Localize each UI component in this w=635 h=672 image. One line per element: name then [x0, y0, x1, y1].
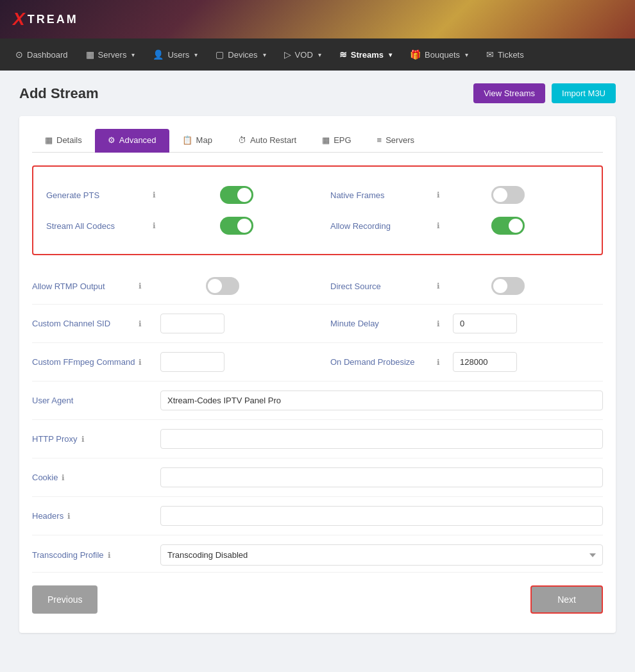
custom-ffmpeg-col: Custom FFmpeg Command ℹ [32, 352, 305, 372]
bottom-nav: Previous Next [32, 573, 603, 620]
nav-dashboard[interactable]: ⊙ Dashboard [6, 38, 77, 71]
advanced-icon: ⚙ [108, 135, 115, 145]
streams-arrow-icon: ▾ [389, 51, 392, 58]
streams-icon: ≋ [339, 49, 347, 60]
allow-rtmp-col: Allow RTMP Output ℹ [32, 277, 305, 295]
minute-delay-info-icon[interactable]: ℹ [437, 319, 440, 328]
nav-vod-label: VOD [295, 50, 313, 60]
allow-recording-toggle[interactable] [491, 217, 525, 235]
minute-delay-label: Minute Delay [330, 319, 433, 328]
generate-pts-toggle[interactable] [220, 186, 253, 204]
minute-delay-input[interactable] [453, 314, 517, 333]
nav-streams[interactable]: ≋ Streams ▾ [330, 38, 401, 71]
custom-ffmpeg-input[interactable] [160, 352, 224, 372]
http-proxy-label: HTTP Proxy [32, 434, 78, 444]
cookie-input-col [160, 467, 603, 487]
toggle-row-2: Stream All Codecs ℹ Allow Recording ℹ [46, 210, 589, 241]
tab-advanced[interactable]: ⚙ Advanced [95, 129, 169, 153]
on-demand-probesize-info-icon[interactable]: ℹ [437, 358, 440, 367]
tab-auto-restart[interactable]: ⏱ Auto Restart [225, 129, 309, 153]
devices-arrow-icon: ▾ [263, 51, 266, 58]
tab-epg-label: EPG [334, 135, 351, 145]
bouquets-arrow-icon: ▾ [465, 51, 468, 58]
http-proxy-input[interactable] [160, 429, 603, 449]
auto-restart-icon: ⏱ [238, 135, 246, 145]
generate-pts-info-icon[interactable]: ℹ [153, 190, 156, 199]
stream-all-codecs-label: Stream All Codecs [46, 221, 149, 231]
next-button[interactable]: Next [530, 585, 603, 614]
nav-servers-label: Servers [98, 50, 127, 60]
nav-users-label: Users [167, 50, 189, 60]
transcoding-profile-select[interactable]: Transcoding Disabled [160, 544, 603, 566]
form-row-headers: Headers ℹ [32, 497, 603, 535]
previous-button[interactable]: Previous [32, 585, 97, 614]
users-icon: 👤 [153, 49, 164, 60]
import-m3u-button[interactable]: Import M3U [552, 83, 616, 103]
transcoding-profile-info-icon[interactable]: ℹ [108, 551, 111, 560]
tab-servers[interactable]: ≡ Servers [364, 129, 427, 153]
http-proxy-label-col: HTTP Proxy ℹ [32, 434, 160, 444]
transcoding-profile-label: Transcoding Profile [32, 550, 104, 560]
custom-channel-sid-input[interactable] [160, 314, 224, 333]
allow-recording-info-icon[interactable]: ℹ [437, 221, 440, 230]
vod-arrow-icon: ▾ [318, 51, 321, 58]
http-proxy-input-col [160, 429, 603, 449]
tab-servers-icon: ≡ [377, 135, 382, 145]
custom-ffmpeg-label: Custom FFmpeg Command [32, 357, 135, 367]
nav-dashboard-label: Dashboard [27, 50, 68, 60]
bouquets-icon: 🎁 [410, 49, 421, 60]
nav-devices-label: Devices [228, 50, 257, 60]
nav-vod[interactable]: ▷ VOD ▾ [275, 38, 330, 71]
devices-icon: ▢ [216, 49, 224, 60]
form-row-cookie: Cookie ℹ [32, 458, 603, 497]
form-row-user-agent: User Agent [32, 382, 603, 420]
nav-bouquets[interactable]: 🎁 Bouquets ▾ [401, 38, 477, 71]
nav-tickets[interactable]: ✉ Tickets [477, 38, 533, 71]
headers-info-icon[interactable]: ℹ [67, 512, 71, 521]
direct-source-col: Direct Source ℹ [305, 277, 603, 295]
native-frames-col: Native Frames ℹ [305, 186, 589, 204]
users-arrow-icon: ▾ [194, 51, 198, 58]
on-demand-probesize-col: On Demand Probesize ℹ [305, 352, 603, 372]
tab-map[interactable]: 📋 Map [169, 129, 225, 153]
user-agent-input[interactable] [160, 391, 603, 410]
toggle-row-1: Generate PTS ℹ Native Frames ℹ [46, 180, 589, 210]
on-demand-probesize-input[interactable] [453, 352, 517, 372]
details-icon: ▦ [45, 135, 53, 145]
cookie-input[interactable] [160, 467, 603, 487]
user-agent-label: User Agent [32, 396, 73, 405]
allow-rtmp-toggle[interactable] [206, 277, 239, 295]
tab-map-label: Map [196, 135, 212, 145]
cookie-label: Cookie [32, 473, 58, 482]
main-card: ▦ Details ⚙ Advanced 📋 Map ⏱ Auto Restar… [19, 116, 616, 633]
direct-source-toggle[interactable] [491, 277, 525, 295]
header-buttons: View Streams Import M3U [473, 83, 616, 103]
tab-advanced-label: Advanced [119, 135, 157, 145]
stream-all-codecs-toggle[interactable] [220, 217, 253, 235]
nav-users[interactable]: 👤 Users ▾ [144, 38, 207, 71]
page-content: Add Stream View Streams Import M3U ▦ Det… [0, 71, 635, 646]
allow-rtmp-info-icon[interactable]: ℹ [139, 281, 142, 290]
custom-channel-sid-info-icon[interactable]: ℹ [139, 319, 142, 328]
native-frames-toggle[interactable] [491, 186, 525, 204]
headers-input-col [160, 506, 603, 526]
custom-ffmpeg-info-icon[interactable]: ℹ [139, 358, 142, 367]
stream-all-codecs-info-icon[interactable]: ℹ [153, 221, 156, 230]
native-frames-info-icon[interactable]: ℹ [437, 190, 440, 199]
nav-devices[interactable]: ▢ Devices ▾ [207, 38, 275, 71]
tab-servers-label: Servers [385, 135, 414, 145]
http-proxy-info-icon[interactable]: ℹ [81, 435, 85, 444]
custom-channel-sid-label: Custom Channel SID [32, 319, 135, 328]
direct-source-info-icon[interactable]: ℹ [437, 281, 440, 290]
tabs: ▦ Details ⚙ Advanced 📋 Map ⏱ Auto Restar… [32, 129, 603, 153]
transcoding-label-col: Transcoding Profile ℹ [32, 550, 160, 560]
cookie-info-icon[interactable]: ℹ [62, 473, 65, 482]
view-streams-button[interactable]: View Streams [473, 83, 545, 103]
tab-epg[interactable]: ▦ EPG [309, 129, 364, 153]
generate-pts-label: Generate PTS [46, 190, 149, 200]
nav-servers[interactable]: ▦ Servers ▾ [77, 38, 144, 71]
headers-input[interactable] [160, 506, 603, 526]
form-row-transcoding: Transcoding Profile ℹ Transcoding Disabl… [32, 535, 603, 573]
tab-details[interactable]: ▦ Details [32, 129, 95, 153]
allow-recording-label: Allow Recording [330, 221, 433, 231]
